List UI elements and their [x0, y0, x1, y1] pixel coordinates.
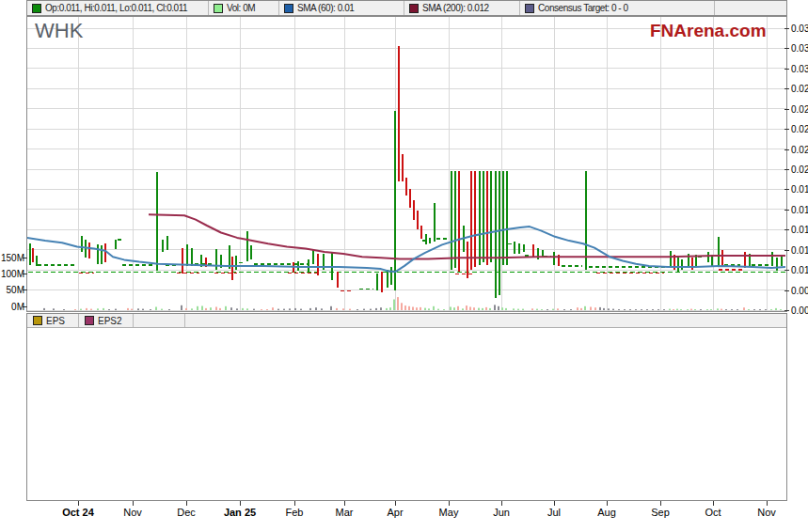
legend-swatch-icon	[284, 4, 293, 13]
time-axis-tick	[449, 501, 450, 506]
price-tick-label: 0.030	[791, 64, 808, 74]
price-chart-plot[interactable]	[27, 17, 786, 311]
time-axis-label: Dec	[177, 507, 196, 518]
price-axis-tick	[784, 149, 789, 150]
price-tick-label: 0.010	[791, 265, 808, 275]
eps-legend-spacer	[185, 314, 786, 327]
stock-chart-widget: Op:0.011, Hi:0.011, Lo:0.011, Cl:0.011Vo…	[0, 0, 808, 532]
legend-swatch-icon	[525, 4, 534, 13]
eps-legend-label: EPS2	[98, 316, 122, 326]
price-tick-label: 0.012	[791, 245, 808, 256]
time-axis-tick	[294, 501, 295, 506]
time-axis-tick	[344, 501, 345, 506]
legend-swatch-icon	[214, 4, 223, 13]
price-axis-tick	[784, 290, 789, 291]
fnarena-brand-link[interactable]: FNArena.com	[650, 21, 767, 41]
price-tick-label: 0.016	[791, 205, 808, 215]
ticker-symbol: WHK	[35, 19, 83, 43]
legend-item: Op:0.011, Hi:0.011, Lo:0.011, Cl:0.011	[27, 1, 209, 15]
legend-swatch-icon	[85, 316, 94, 325]
price-chart-legend: Op:0.011, Hi:0.011, Lo:0.011, Cl:0.011Vo…	[26, 0, 787, 16]
time-axis-label: May	[439, 507, 459, 518]
eps-legend: EPSEPS2	[27, 314, 786, 328]
price-axis-tick	[784, 28, 789, 29]
price-axis-tick	[784, 270, 789, 271]
volume-tick-label: 50M	[0, 285, 24, 295]
volume-tick-label: 150M	[0, 253, 24, 263]
eps-legend-spacer	[134, 314, 185, 327]
time-axis-label: Jun	[493, 507, 510, 518]
price-axis-tick	[784, 69, 789, 70]
time-axis-label: Oct	[705, 507, 721, 518]
legend-item: SMA (60): 0.01	[279, 1, 404, 15]
price-axis-tick	[784, 250, 789, 251]
price-tick-label: 0.018	[791, 184, 808, 195]
price-axis-tick	[784, 109, 789, 110]
price-chart-panel[interactable]: WHK FNArena.com	[26, 16, 787, 312]
time-axis-label: Nov	[123, 507, 142, 518]
time-axis-tick	[607, 501, 608, 506]
eps-legend-label: EPS	[46, 316, 65, 326]
legend-item: Vol: 0M	[209, 1, 279, 15]
price-tick-label: 0.028	[791, 84, 808, 94]
legend-label: Consensus Target: 0 - 0	[538, 3, 628, 13]
time-axis-label: Oct 24	[62, 507, 94, 518]
price-axis-tick	[784, 169, 789, 170]
time-axis-tick	[186, 501, 187, 506]
legend-spacer	[715, 1, 786, 15]
price-tick-label: 0.024	[791, 124, 808, 134]
time-axis-tick	[240, 501, 241, 506]
price-axis-tick	[784, 310, 789, 311]
price-tick-label: 0.022	[791, 145, 808, 155]
time-axis-tick	[133, 501, 134, 506]
price-axis-tick	[784, 129, 789, 130]
legend-item: SMA (200): 0.012	[404, 1, 520, 15]
price-tick-label: 0.034	[791, 23, 808, 34]
time-axis-label: Nov	[757, 507, 776, 518]
time-axis-label: Sep	[651, 507, 670, 518]
time-axis-label: Aug	[597, 507, 616, 518]
price-axis-tick	[784, 229, 789, 230]
price-axis-tick	[784, 88, 789, 89]
legend-label: SMA (60): 0.01	[297, 3, 354, 13]
time-axis-label: Feb	[286, 507, 304, 518]
time-axis-tick	[713, 501, 714, 506]
price-tick-label: 0.008	[791, 286, 808, 296]
legend-swatch-icon	[33, 316, 42, 325]
legend-swatch-icon	[409, 4, 419, 13]
price-axis-tick	[784, 48, 789, 49]
eps-panel: EPSEPS2	[26, 313, 787, 501]
price-tick-label: 0.032	[791, 43, 808, 54]
time-axis-tick	[660, 501, 661, 506]
time-axis-label: Apr	[387, 507, 403, 518]
time-axis-tick	[554, 501, 555, 506]
time-axis-tick	[501, 501, 502, 506]
legend-item: Consensus Target: 0 - 0	[520, 1, 715, 15]
volume-tick-label: 100M	[0, 269, 24, 279]
eps-legend-item: EPS2	[79, 314, 134, 327]
price-tick-label: 0.026	[791, 104, 808, 115]
eps-legend-item: EPS	[27, 314, 79, 327]
time-axis-label: Jul	[547, 507, 561, 518]
legend-label: Op:0.011, Hi:0.011, Lo:0.011, Cl:0.011	[45, 3, 187, 13]
price-tick-label: 0.006	[791, 305, 808, 316]
legend-swatch-icon	[32, 4, 41, 13]
price-tick-label: 0.020	[791, 164, 808, 175]
legend-label: SMA (200): 0.012	[422, 3, 489, 13]
time-axis-tick	[767, 501, 768, 506]
price-axis-tick	[784, 210, 789, 211]
time-axis-tick	[395, 501, 396, 506]
time-axis-label: Mar	[336, 507, 354, 518]
price-axis-tick	[784, 189, 789, 190]
legend-label: Vol: 0M	[227, 3, 255, 13]
time-axis-tick	[78, 501, 79, 506]
volume-tick-label: 0M	[0, 302, 24, 312]
price-tick-label: 0.014	[791, 225, 808, 235]
time-axis-label: Jan 25	[224, 507, 256, 518]
